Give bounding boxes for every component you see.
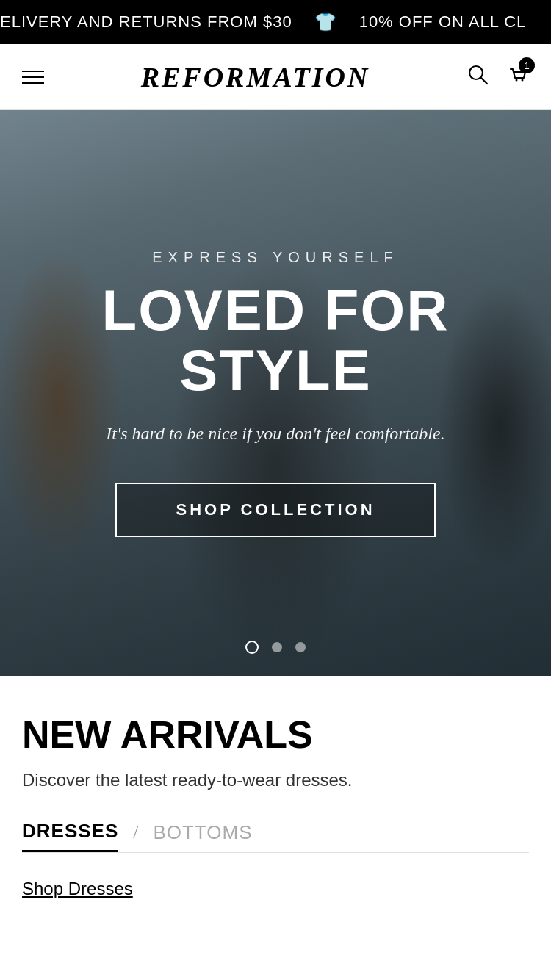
shop-collection-button[interactable]: SHOP COLLECTION (115, 483, 435, 537)
menu-line-1 (22, 71, 44, 72)
shirt-icon: 👕 (314, 12, 337, 32)
new-arrivals-section: NEW ARRIVALS Discover the latest ready-t… (0, 676, 551, 921)
announcement-text-1: ELIVERY AND RETURNS FROM $30 (0, 12, 292, 32)
shop-dresses-link[interactable]: Shop Dresses (22, 879, 133, 899)
menu-line-2 (22, 76, 44, 78)
tab-bottoms[interactable]: BOTTOMS (154, 821, 253, 851)
hero-carousel-dots (245, 641, 306, 654)
brand-logo[interactable]: REFORMATION (141, 61, 370, 93)
hero-subtitle: It's hard to be nice if you don't feel c… (106, 422, 444, 447)
carousel-dot-1[interactable] (245, 641, 259, 654)
menu-line-3 (22, 82, 44, 84)
svg-point-2 (516, 79, 518, 82)
new-arrivals-subtitle: Discover the latest ready-to-wear dresse… (22, 770, 529, 790)
tab-separator: / (133, 821, 138, 851)
tab-dresses[interactable]: DRESSES (22, 820, 118, 852)
new-arrivals-title: NEW ARRIVALS (22, 713, 529, 757)
svg-point-3 (522, 79, 524, 82)
cart-count: 1 (519, 57, 535, 73)
hero-content: EXPRESS YOURSELF LOVED FOR STYLE It's ha… (0, 110, 551, 676)
menu-button[interactable] (22, 71, 44, 84)
carousel-dot-2[interactable] (272, 642, 282, 652)
hero-title: LOVED FOR STYLE (29, 281, 522, 401)
search-button[interactable] (467, 63, 489, 90)
announcement-bar: ELIVERY AND RETURNS FROM $30 👕 10% OFF O… (0, 0, 551, 44)
announcement-text-2: 10% OFF ON ALL CL (359, 12, 527, 32)
carousel-dot-3[interactable] (295, 642, 306, 652)
header-actions: 1 (467, 63, 529, 90)
hero-eyebrow: EXPRESS YOURSELF (152, 249, 398, 266)
hero-section: EXPRESS YOURSELF LOVED FOR STYLE It's ha… (0, 110, 551, 676)
header: REFORMATION 1 (0, 44, 551, 110)
category-tabs: DRESSES / BOTTOMS (22, 820, 529, 853)
cart-button[interactable]: 1 (507, 63, 529, 90)
svg-line-1 (481, 78, 487, 84)
